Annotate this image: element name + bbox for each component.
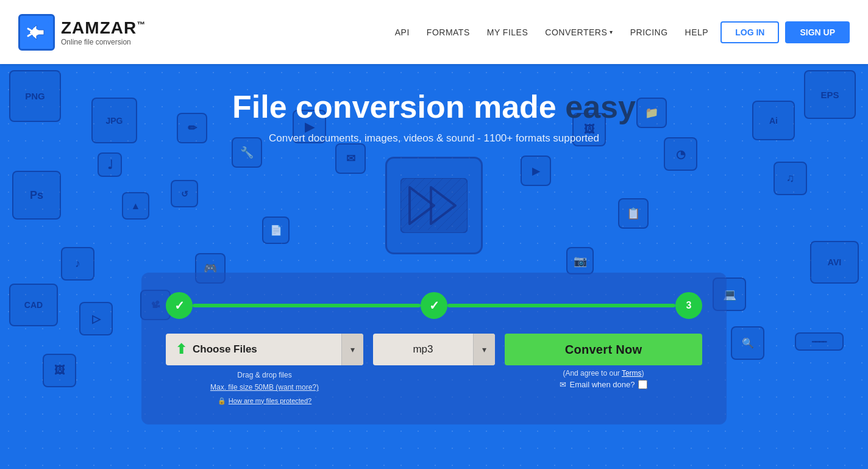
- format-select[interactable]: mp3 ▾: [373, 334, 495, 365]
- convert-button[interactable]: Convert Now: [505, 334, 702, 365]
- choose-files-wrapper: ⬆ Choose Files ▾ Drag & drop files Max. …: [166, 334, 363, 406]
- convert-wrapper: Convert Now (And agree to our Terms) ✉ E…: [505, 334, 702, 389]
- deco-refresh-icon: ↺: [171, 180, 198, 207]
- deco-jpg-icon: JPG: [91, 98, 137, 143]
- hero-subtitle: Convert documents, images, videos & soun…: [269, 132, 599, 145]
- deco-wrench-icon: 🔧: [232, 137, 262, 168]
- chevron-down-icon: ▾: [610, 29, 613, 35]
- controls-row: ⬆ Choose Files ▾ Drag & drop files Max. …: [166, 334, 702, 406]
- steps-row: ✓ ✓ 3: [166, 292, 702, 319]
- center-logo-icon: [385, 157, 483, 254]
- deco-magnifier-icon: 🔍: [731, 326, 764, 360]
- format-value: mp3: [373, 343, 473, 356]
- nav-help[interactable]: HELP: [685, 27, 709, 37]
- nav-pricing[interactable]: PRICING: [630, 27, 668, 37]
- deco-avi-icon: AVI: [810, 241, 859, 284]
- deco-png-icon: PNG: [9, 70, 61, 122]
- choose-files-button[interactable]: ⬆ Choose Files ▾: [166, 334, 363, 365]
- email-icon: ✉: [560, 380, 566, 389]
- deco-copy-icon: 📋: [618, 198, 649, 229]
- zamzar-logo-icon: [18, 14, 55, 51]
- deco-music2-icon: ♫: [774, 162, 807, 195]
- logo-area: ZAMZAR™ Online file conversion: [18, 14, 146, 51]
- step-1-circle: ✓: [166, 292, 193, 319]
- deco-music-icon: ♪: [61, 247, 94, 281]
- hero-title: File conversion made easy: [232, 88, 636, 125]
- choose-files-main: ⬆ Choose Files: [166, 342, 341, 357]
- logo-sub: Online file conversion: [61, 38, 146, 46]
- choose-files-label: Choose Files: [193, 343, 257, 356]
- deco-pencil-icon: ✏: [177, 113, 207, 143]
- step-line-1: [193, 304, 421, 307]
- protected-link[interactable]: How are my files protected?: [229, 395, 311, 407]
- deco-ruler-icon: ━━━━: [795, 332, 844, 351]
- format-dropdown-arrow[interactable]: ▾: [473, 334, 495, 365]
- deco-pie-icon: ◔: [664, 137, 697, 171]
- deco-mail-icon: ✉: [335, 143, 366, 174]
- choose-files-dropdown-arrow[interactable]: ▾: [341, 334, 363, 365]
- nav-converters[interactable]: CONVERTERS ▾: [545, 27, 613, 37]
- email-row: ✉ Email when done?: [560, 380, 648, 389]
- deco-play2-icon: ▶: [521, 156, 551, 186]
- deco-camera-icon: 📷: [566, 247, 594, 274]
- signup-button[interactable]: SIGN UP: [785, 21, 850, 43]
- step-1-check: ✓: [174, 298, 185, 313]
- navbar: ZAMZAR™ Online file conversion API FORMA…: [0, 0, 868, 64]
- deco-youtube-icon: ▷: [79, 302, 113, 335]
- step-line-2: [447, 304, 675, 307]
- deco-cad-icon: CAD: [9, 284, 58, 326]
- step-2-check: ✓: [429, 298, 439, 313]
- nav-links: API FORMATS MY FILES CONVERTERS ▾ PRICIN…: [395, 27, 708, 37]
- email-label: Email when done?: [570, 380, 635, 389]
- converter-panel: ✓ ✓ 3 ⬆ Choose Files ▾: [141, 273, 727, 424]
- deco-note-icon: ♩: [98, 152, 122, 177]
- convert-hint: (And agree to our Terms): [563, 369, 644, 378]
- nav-api[interactable]: API: [395, 27, 410, 37]
- terms-link[interactable]: Terms: [622, 369, 642, 378]
- deco-doc-icon: 📄: [262, 217, 290, 244]
- deco-triangle-icon: ▲: [122, 192, 149, 220]
- format-wrapper: mp3 ▾: [373, 334, 495, 365]
- login-button[interactable]: LOG IN: [720, 21, 779, 43]
- hero-section: PNG JPG Ps CAD EPS Ai AVI ✏ ♪ 🔧 ▶ ✉ 🖼 📁 …: [0, 64, 868, 469]
- deco-ai-icon: Ai: [752, 101, 795, 140]
- email-checkbox[interactable]: [638, 380, 647, 389]
- deco-eps-icon: EPS: [804, 70, 856, 119]
- deco-image2-icon: 🖼: [43, 354, 76, 387]
- nav-myfiles[interactable]: MY FILES: [487, 27, 528, 37]
- step-3-num: 3: [686, 300, 692, 311]
- upload-icon: ⬆: [176, 342, 187, 357]
- logo-name: ZAMZAR™: [61, 18, 146, 38]
- lock-icon: 🔒: [218, 395, 226, 407]
- deco-ps-icon: Ps: [12, 171, 61, 220]
- choose-hint: Drag & drop files Max. file size 50MB (w…: [210, 369, 319, 406]
- step-2-circle: ✓: [421, 292, 447, 319]
- step-3-circle: 3: [675, 292, 702, 319]
- nav-formats[interactable]: FORMATS: [427, 27, 470, 37]
- deco-folder-icon: 📁: [636, 98, 667, 128]
- logo-text: ZAMZAR™ Online file conversion: [61, 18, 146, 46]
